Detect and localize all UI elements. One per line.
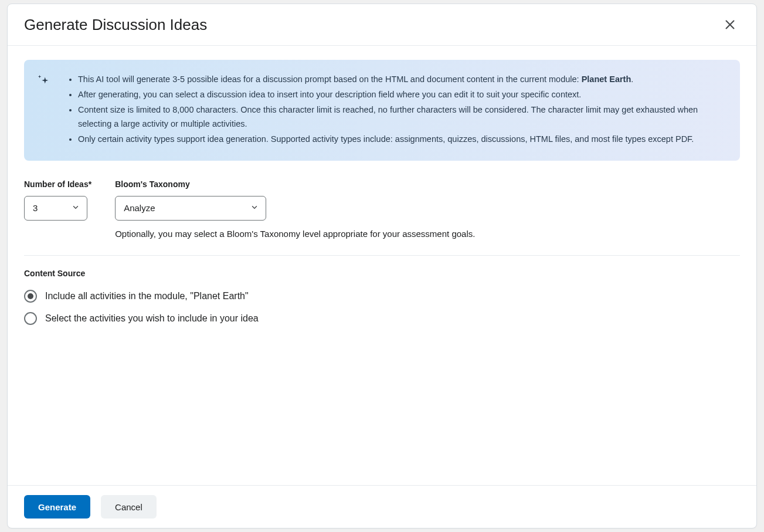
info-module-name: Planet Earth — [582, 74, 631, 84]
radio-label: Include all activities in the module, "P… — [45, 291, 249, 301]
number-of-ideas-label: Number of Ideas* — [24, 179, 91, 189]
number-of-ideas-select[interactable]: 3 — [24, 196, 87, 221]
cancel-button[interactable]: Cancel — [101, 495, 157, 519]
info-bullet-1-text: This AI tool will generate 3-5 possible … — [78, 74, 582, 84]
blooms-taxonomy-value: Analyze — [124, 203, 155, 213]
close-icon — [724, 24, 736, 33]
sparkle-icon — [37, 73, 50, 148]
modal-header: Generate Discussion Ideas — [8, 4, 756, 46]
info-list: This AI tool will generate 3-5 possible … — [67, 73, 725, 148]
radio-input[interactable] — [24, 290, 37, 303]
info-bullet-1-suffix: . — [631, 74, 633, 84]
blooms-taxonomy-select[interactable]: Analyze — [115, 196, 266, 221]
blooms-taxonomy-helper: Optionally, you may select a Bloom's Tax… — [115, 229, 475, 239]
modal-body: This AI tool will generate 3-5 possible … — [8, 46, 756, 485]
content-source-option-all[interactable]: Include all activities in the module, "P… — [24, 290, 740, 303]
info-box: This AI tool will generate 3-5 possible … — [24, 60, 740, 161]
chevron-down-icon — [72, 203, 80, 213]
modal-title: Generate Discussion Ideas — [24, 16, 207, 34]
radio-label: Select the activities you wish to includ… — [45, 313, 259, 324]
form-row: Number of Ideas* 3 Bloom's Taxonomy Anal… — [24, 179, 740, 239]
blooms-taxonomy-label: Bloom's Taxonomy — [115, 179, 475, 189]
content-source-option-select[interactable]: Select the activities you wish to includ… — [24, 312, 740, 325]
divider — [24, 255, 740, 256]
modal-footer: Generate Cancel — [8, 485, 756, 528]
radio-input[interactable] — [24, 312, 37, 325]
blooms-taxonomy-field: Bloom's Taxonomy Analyze Optionally, you… — [115, 179, 475, 239]
chevron-down-icon — [250, 203, 259, 213]
number-of-ideas-field: Number of Ideas* 3 — [24, 179, 91, 239]
info-bullet-2: After generating, you can select a discu… — [78, 88, 725, 101]
generate-button[interactable]: Generate — [24, 495, 90, 519]
info-bullet-3: Content size is limited to 8,000 charact… — [78, 103, 725, 130]
content-source-radio-group: Include all activities in the module, "P… — [24, 290, 740, 325]
content-source-label: Content Source — [24, 269, 740, 278]
number-of-ideas-value: 3 — [33, 203, 38, 213]
info-bullet-4: Only certain activity types support idea… — [78, 133, 725, 146]
generate-discussion-ideas-modal: Generate Discussion Ideas — [7, 4, 757, 528]
info-bullet-1: This AI tool will generate 3-5 possible … — [78, 73, 725, 86]
close-button[interactable] — [720, 15, 740, 35]
